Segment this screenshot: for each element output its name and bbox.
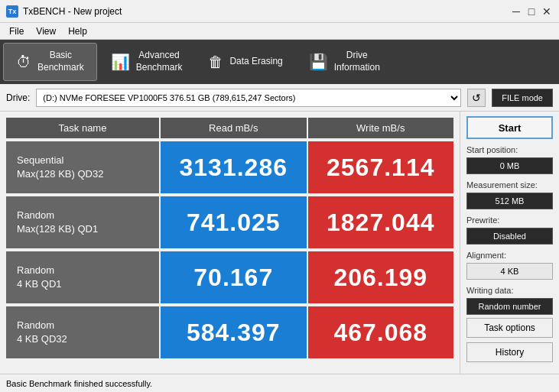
header-task-name: Task name (6, 118, 159, 138)
tab-advanced-benchmark[interactable]: 📊 AdvancedBenchmark (99, 43, 195, 81)
menu-bar: File View Help (0, 23, 559, 40)
status-text: Basic Benchmark finished successfully. (6, 379, 152, 388)
drive-select[interactable]: (D:) NVMe FORESEE VP1000F5 376.51 GB (78… (36, 89, 461, 107)
start-button[interactable]: Start (466, 116, 553, 139)
menu-file[interactable]: File (3, 24, 30, 38)
row1-label: SequentialMax(128 KB) QD32 (6, 141, 159, 193)
prewrite-label: Prewrite: (466, 215, 553, 225)
row2-label: RandomMax(128 KB) QD1 (6, 196, 159, 248)
title-bar-left: Tx TxBENCH - New project (6, 5, 122, 18)
table-row: RandomMax(128 KB) QD1 741.025 1827.044 (6, 196, 453, 248)
basic-benchmark-label: BasicBenchmark (37, 50, 84, 73)
minimize-button[interactable]: ─ (510, 5, 522, 18)
row4-read: 584.397 (161, 306, 307, 358)
main-content: Task name Read mB/s Write mB/s Sequentia… (0, 112, 559, 374)
app-icon: Tx (6, 5, 18, 18)
start-position-label: Start position: (466, 145, 553, 154)
tab-drive-information[interactable]: 💾 DriveInformation (297, 43, 392, 81)
window-title: TxBENCH - New project (23, 6, 122, 17)
benchmark-rows: SequentialMax(128 KB) QD32 3131.286 2567… (6, 141, 453, 358)
row3-write: 206.199 (308, 251, 454, 303)
advanced-benchmark-label: AdvancedBenchmark (136, 50, 183, 73)
tab-data-erasing[interactable]: 🗑 Data Erasing (196, 43, 294, 81)
row3-label: Random4 KB QD1 (6, 251, 159, 303)
alignment-value: 4 KB (466, 263, 553, 280)
row2-write: 1827.044 (308, 196, 454, 248)
window-controls: ─ □ ✕ (510, 5, 553, 18)
row1-write: 2567.114 (308, 141, 454, 193)
table-row: Random4 KB QD1 70.167 206.199 (6, 251, 453, 303)
measurement-size-value: 512 MB (466, 193, 553, 209)
maximize-button[interactable]: □ (525, 5, 538, 18)
benchmark-header: Task name Read mB/s Write mB/s (6, 118, 453, 138)
drive-information-label: DriveInformation (334, 50, 380, 73)
history-button[interactable]: History (466, 342, 553, 362)
prewrite-value: Disabled (466, 228, 553, 245)
row4-write: 467.068 (308, 306, 454, 358)
measurement-size-label: Measurement size: (466, 180, 553, 190)
right-panel: Start Start position: 0 MB Measurement s… (460, 112, 559, 374)
status-bar: Basic Benchmark finished successfully. (0, 374, 559, 392)
menu-view[interactable]: View (30, 24, 62, 38)
drive-row: Drive: (D:) NVMe FORESEE VP1000F5 376.51… (0, 84, 559, 112)
title-bar: Tx TxBENCH - New project ─ □ ✕ (0, 0, 559, 23)
row4-label: Random4 KB QD32 (6, 306, 159, 358)
data-erasing-icon: 🗑 (208, 53, 223, 71)
row3-read: 70.167 (161, 251, 307, 303)
drive-label: Drive: (6, 92, 30, 103)
header-read: Read mB/s (161, 118, 307, 138)
row1-read: 3131.286 (161, 141, 307, 193)
table-row: Random4 KB QD32 584.397 467.068 (6, 306, 453, 358)
task-options-button[interactable]: Task options (466, 318, 553, 338)
header-write: Write mB/s (308, 118, 454, 138)
benchmark-area: Task name Read mB/s Write mB/s Sequentia… (0, 112, 460, 374)
file-mode-button[interactable]: FILE mode (492, 89, 553, 107)
writing-data-value: Random number (466, 298, 553, 315)
start-position-value: 0 MB (466, 157, 553, 174)
advanced-benchmark-icon: 📊 (111, 53, 130, 71)
drive-refresh-button[interactable]: ↺ (467, 89, 486, 107)
drive-information-icon: 💾 (309, 53, 328, 71)
toolbar: ⏱ BasicBenchmark 📊 AdvancedBenchmark 🗑 D… (0, 40, 559, 84)
menu-help[interactable]: Help (62, 24, 93, 38)
table-row: SequentialMax(128 KB) QD32 3131.286 2567… (6, 141, 453, 193)
alignment-label: Alignment: (466, 251, 553, 260)
tab-basic-benchmark[interactable]: ⏱ BasicBenchmark (3, 43, 97, 81)
row2-read: 741.025 (161, 196, 307, 248)
writing-data-label: Writing data: (466, 286, 553, 295)
basic-benchmark-icon: ⏱ (16, 53, 31, 71)
data-erasing-label: Data Erasing (229, 56, 282, 68)
close-button[interactable]: ✕ (541, 5, 553, 18)
